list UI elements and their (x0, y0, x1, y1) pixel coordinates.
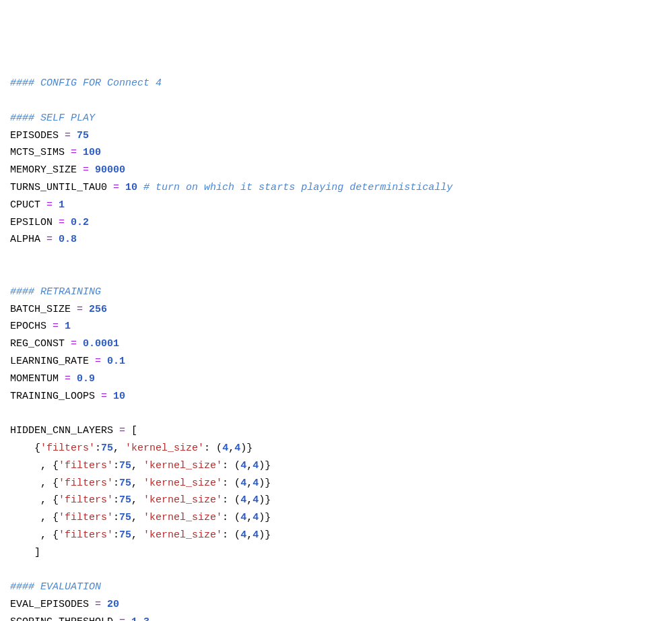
token-v (71, 130, 77, 141)
token-str: 'kernel_size' (143, 478, 222, 489)
token-num: 1 (65, 321, 71, 332)
code-line: , {'filters':75, 'kernel_size': (4,4)} (10, 492, 662, 509)
token-c: # turn on which it starts playing determ… (143, 182, 452, 193)
token-op: = (71, 147, 77, 158)
code-line: HIDDEN_CNN_LAYERS = [ (10, 422, 662, 440)
token-num: 10 (125, 182, 137, 193)
token-v: REG_CONST (10, 338, 71, 350)
token-num: 75 (119, 494, 131, 506)
code-line: , {'filters':75, 'kernel_size': (4,4)} (10, 509, 662, 527)
code-line: , {'filters':75, 'kernel_size': (4,4)} (10, 475, 662, 492)
code-line: SCORING_THRESHOLD = 1.3 (10, 614, 662, 621)
token-p: )} (259, 478, 271, 489)
token-v: , { (10, 494, 59, 506)
token-p: : (113, 494, 119, 506)
token-p: , (246, 478, 253, 489)
token-v: EPISODES (10, 130, 65, 141)
token-v (125, 616, 131, 621)
token-num: 4 (240, 460, 246, 471)
token-op: = (59, 217, 65, 228)
token-str: 'kernel_size' (143, 460, 222, 471)
token-str: 'filters' (59, 512, 113, 523)
token-v: [ (125, 425, 137, 436)
code-line: , {'filters':75, 'kernel_size': (4,4)} (10, 527, 662, 544)
code-line: LEARNING_RATE = 0.1 (10, 353, 662, 370)
token-p: , (246, 529, 253, 541)
token-num: 1.3 (131, 616, 149, 621)
token-p: , (246, 494, 253, 506)
token-num: 90000 (95, 164, 125, 176)
token-v (89, 164, 95, 176)
token-v (65, 217, 71, 228)
token-str: 'filters' (59, 494, 113, 506)
token-v (107, 391, 113, 402)
token-v: ] (10, 547, 40, 558)
token-num: 256 (89, 304, 107, 315)
token-p: )} (240, 443, 253, 454)
token-num: 4 (240, 478, 246, 489)
token-v (101, 599, 107, 610)
code-line (10, 266, 662, 284)
token-p: )} (259, 494, 271, 506)
token-str: 'kernel_size' (143, 494, 222, 506)
code-line: #### CONFIG FOR Connect 4 (10, 75, 662, 92)
token-str: 'kernel_size' (143, 529, 222, 541)
token-op: = (65, 130, 71, 141)
token-op: = (95, 356, 101, 367)
code-line (10, 92, 662, 110)
token-op: = (95, 599, 101, 610)
token-p: : ( (222, 529, 240, 541)
token-num: 75 (101, 443, 113, 454)
token-p: )} (259, 529, 271, 541)
code-line: EPISODES = 75 (10, 127, 662, 145)
token-p: : (113, 512, 119, 523)
token-num: 10 (113, 391, 125, 402)
code-line: , {'filters':75, 'kernel_size': (4,4)} (10, 457, 662, 475)
token-p: )} (259, 460, 271, 471)
token-v: EPOCHS (10, 321, 53, 332)
token-v: ALPHA (10, 234, 46, 245)
token-num: 0.1 (107, 356, 125, 367)
token-str: 'kernel_size' (143, 512, 222, 523)
code-line: ALPHA = 0.8 (10, 231, 662, 249)
token-num: 100 (83, 147, 101, 158)
token-p: , (131, 478, 143, 489)
token-str: 'filters' (59, 529, 113, 541)
token-p: : ( (222, 460, 240, 471)
token-p: , (113, 443, 125, 454)
token-op: = (46, 234, 53, 245)
token-v (59, 321, 65, 332)
token-num: 4 (222, 443, 228, 454)
code-line: #### SELF PLAY (10, 110, 662, 127)
token-num: 75 (119, 460, 131, 471)
code-line: EVAL_EPISODES = 20 (10, 596, 662, 614)
token-num: 4 (253, 529, 259, 541)
token-v (71, 373, 77, 385)
token-op: = (83, 164, 89, 176)
token-num: 75 (77, 130, 89, 141)
token-v: , { (10, 460, 59, 471)
code-line: TURNS_UNTIL_TAU0 = 10 # turn on which it… (10, 179, 662, 197)
token-op: = (65, 373, 71, 385)
token-v (77, 338, 83, 350)
token-p: , (131, 512, 143, 523)
token-p: )} (259, 512, 271, 523)
token-v (119, 182, 125, 193)
token-p: , (246, 460, 253, 471)
code-line (10, 405, 662, 422)
code-line: MOMENTUM = 0.9 (10, 370, 662, 388)
token-num: 0.9 (77, 373, 95, 385)
token-str: 'filters' (40, 443, 95, 454)
token-v: TRAINING_LOOPS (10, 391, 101, 402)
token-c: #### EVALUATION (10, 581, 101, 593)
token-v: HIDDEN_CNN_LAYERS (10, 425, 119, 436)
token-v: MCTS_SIMS (10, 147, 71, 158)
token-p: , (246, 512, 253, 523)
token-p: : (113, 529, 119, 541)
code-block: #### CONFIG FOR Connect 4 #### SELF PLAY… (10, 75, 662, 621)
token-num: 4 (253, 460, 259, 471)
code-line (10, 249, 662, 266)
token-p: , (131, 529, 143, 541)
token-num: 75 (119, 512, 131, 523)
token-v: MOMENTUM (10, 373, 65, 385)
